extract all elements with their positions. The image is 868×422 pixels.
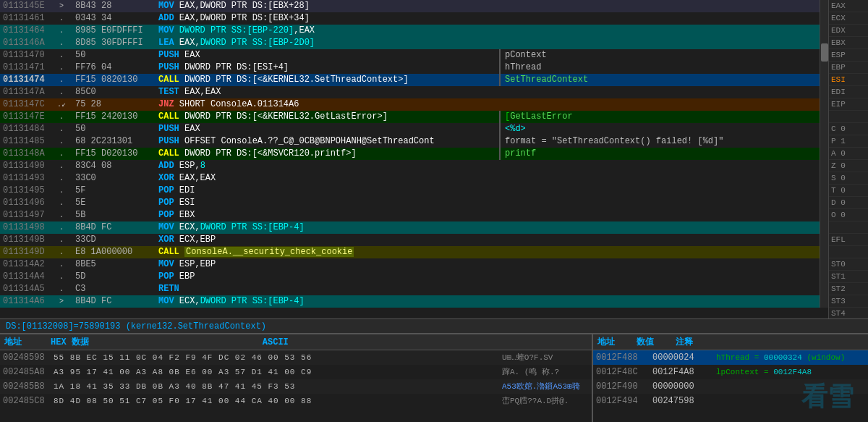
hex-row[interactable]: 002485B8 1A 18 41 35 33 DB 0B A3 40 8B 4… (0, 379, 592, 394)
table-row[interactable]: 0113149B . 33CD XOR ECX,EBP (0, 234, 828, 246)
reg-col-comment: 注释 (676, 334, 693, 350)
hex-col-addr: 地址 (4, 334, 22, 350)
table-row[interactable]: 01131471 . FF76 04 PUSH DWORD PTR DS:[ES… (0, 62, 828, 74)
status-bar: DS:[01132008]=75890193 (kerne132.SetThre… (0, 318, 868, 333)
bottom-panels: 地址 HEX 数据 ASCII 00248598 55 8B EC 15 11 … (0, 333, 868, 422)
reg-a: A 0 (829, 148, 868, 160)
table-row[interactable]: 011314A2 . 8BE5 MOV ESP,EBP (0, 258, 828, 271)
hex-col-hex: HEX 数据 (51, 334, 89, 350)
table-row[interactable]: 01131497 . 5B POP EBX (0, 209, 828, 221)
reg-t: T 0 (829, 185, 868, 197)
status-text: DS:[01132008]=75890193 (kerne132.SetThre… (6, 321, 266, 332)
reg-spacer2 (829, 221, 868, 234)
reg-st0: ST0 (829, 258, 868, 271)
reg-col-val: 数值 (637, 334, 654, 350)
table-row[interactable]: 0113147E . FF15 2420130 CALL DWORD PTR D… (0, 111, 828, 123)
table-row[interactable]: 0113149D . E8 1A000000 CALL ConsoleA.__s… (0, 246, 828, 258)
reg-p: P 1 (829, 135, 868, 148)
reg-z: Z 0 (829, 160, 868, 172)
reg-st4: ST4 (829, 308, 868, 318)
reg-ecx: ECX (829, 12, 868, 25)
reg-ebp: EBP (829, 62, 868, 74)
disasm-content[interactable]: 0113145E > 8B43 28 MOV EAX,DWORD PTR DS:… (0, 0, 828, 318)
disasm-panel: 0113145E > 8B43 28 MOV EAX,DWORD PTR DS:… (0, 0, 868, 318)
table-row[interactable]: 01131484 . 50 PUSH EAX <%d> (0, 123, 828, 135)
table-row[interactable]: 0113146A . 8D85 30FDFFFI LEA EAX,DWORD P… (0, 37, 828, 49)
table-row[interactable]: 0113148A . FF15 D020130 CALL DWORD PTR D… (0, 148, 828, 160)
hex-col-ascii: ASCII (263, 334, 289, 350)
table-row[interactable]: 01131498 . 8B4D FC MOV ECX,DWORD PTR SS:… (0, 221, 828, 234)
scrollbar[interactable] (820, 0, 828, 308)
hex-row[interactable]: 00248598 55 8B EC 15 11 0C 04 F2 F9 4F D… (0, 350, 592, 365)
reg-esp: ESP (829, 49, 868, 62)
table-row[interactable]: 01131464 . 8985 E0FDFFFI MOV DWORD PTR S… (0, 25, 828, 37)
reg-eax: EAX (829, 0, 868, 12)
reg-col-addr: 地址 (597, 334, 615, 350)
reg-spacer3 (829, 246, 868, 258)
reg-esi: ESI (829, 74, 868, 86)
hex-row[interactable]: 002485C8 8D 4D 08 50 51 C7 05 F0 17 41 0… (0, 394, 592, 408)
reg-eip: EIP (829, 98, 868, 111)
reg-row[interactable]: 0012F494 00247598 (593, 394, 868, 408)
reg-spacer1 (829, 111, 868, 123)
table-row[interactable]: 01131493 . 33C0 XOR EAX,EAX (0, 172, 828, 185)
table-row[interactable]: 01131490 . 83C4 08 ADD ESP,8 (0, 160, 828, 172)
reg-row[interactable]: 0012F490 00000000 (593, 379, 868, 394)
table-row[interactable]: 0113147A . 85C0 TEST EAX,EAX (0, 86, 828, 98)
table-row[interactable]: 0113147C .↙ 75 28 JNZ SHORT ConsoleA.011… (0, 98, 828, 111)
scrollbar-thumb[interactable] (821, 43, 828, 62)
reg-st3: ST3 (829, 295, 868, 308)
reg-o: O 0 (829, 209, 868, 221)
reg-st1: ST1 (829, 271, 868, 283)
hex-panel[interactable]: 地址 HEX 数据 ASCII 00248598 55 8B EC 15 11 … (0, 334, 593, 422)
reg-values-panel[interactable]: 地址 数值 注释 0012F488 00000024 hThread = 000… (593, 334, 868, 422)
table-row[interactable]: 01131485 . 68 2C231301 PUSH OFFSET Conso… (0, 135, 828, 148)
hex-panel-header: 地址 HEX 数据 ASCII (0, 334, 592, 350)
reg-st2: ST2 (829, 283, 868, 295)
reg-c: C 0 (829, 123, 868, 135)
reg-efl: EFL (829, 234, 868, 246)
reg-panel-header: 地址 数值 注释 (593, 334, 868, 350)
table-row[interactable]: 0113145E > 8B43 28 MOV EAX,DWORD PTR DS:… (0, 0, 828, 12)
reg-edi: EDI (829, 86, 868, 98)
table-row[interactable]: 011314A4 . 5D POP EBP (0, 271, 828, 283)
reg-row[interactable]: 0012F48C 0012F4A8 lpContext = 0012F4A8 (593, 365, 868, 379)
table-row[interactable]: 01131496 . 5E POP ESI (0, 197, 828, 209)
reg-d: D 0 (829, 197, 868, 209)
reg-ebx: EBX (829, 37, 868, 49)
reg-s: S 0 (829, 172, 868, 185)
hex-row[interactable]: 002485A8 A3 95 17 41 00 A3 A8 0B E6 00 A… (0, 365, 592, 379)
table-row[interactable]: 011314A5 . C3 RETN (0, 283, 828, 295)
reg-edx: EDX (829, 25, 868, 37)
reg-row[interactable]: 0012F488 00000024 hThread = 00000324 (wi… (593, 350, 868, 365)
table-row[interactable]: 011314A6 > 8B4D FC MOV ECX,DWORD PTR SS:… (0, 295, 828, 308)
table-row[interactable]: 01131470 . 50 PUSH EAX pContext (0, 49, 828, 62)
table-row[interactable]: 01131461 . 0343 34 ADD EAX,DWORD PTR DS:… (0, 12, 828, 25)
table-row[interactable]: 01131474 . FF15 0820130 CALL DWORD PTR D… (0, 74, 828, 86)
table-row[interactable]: 01131495 . 5F POP EDI (0, 185, 828, 197)
registers-panel: EAX ECX EDX EBX ESP EBP ESI EDI EIP C 0 … (828, 0, 868, 318)
